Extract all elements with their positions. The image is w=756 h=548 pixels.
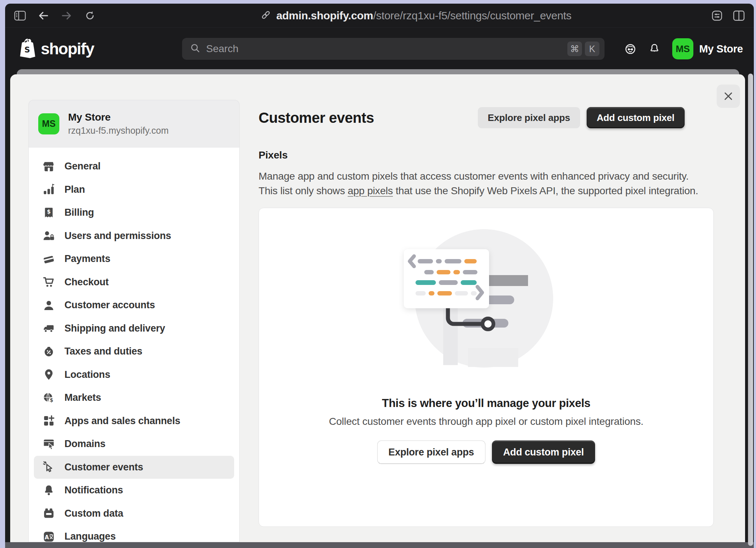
languages-icon: A [42, 530, 56, 542]
sidebar-item-label: Apps and sales channels [64, 415, 180, 427]
checkout-cart-icon [42, 275, 56, 289]
apps-grid-icon [42, 414, 56, 428]
sidebar-item-label: Billing [64, 207, 94, 218]
store-domain: rzq1xu-f5.myshopify.com [68, 125, 169, 136]
pixels-empty-state-card: This is where you’ll manage your pixels … [259, 208, 714, 527]
sidebar-item-notifications[interactable]: Notifications [34, 479, 234, 502]
settings-modal: MS My Store rzq1xu-f5.myshopify.com Gene… [10, 74, 745, 542]
pixels-illustration [399, 228, 574, 389]
sidebar-item-taxes-and-duties[interactable]: Taxes and duties [34, 340, 234, 363]
description-pre-link: This list only shows [259, 185, 348, 196]
search-input[interactable]: Search ⌘ K [182, 38, 605, 60]
browser-settings-icon[interactable] [711, 9, 723, 22]
store-card: MS My Store rzq1xu-f5.myshopify.com [28, 100, 240, 147]
sidebar-item-locations[interactable]: Locations [34, 363, 234, 387]
shopify-wordmark: shopify [41, 40, 94, 58]
add-custom-pixel-button[interactable]: Add custom pixel [587, 107, 685, 128]
sidebar-item-label: Customer accounts [64, 300, 155, 311]
svg-text:S: S [24, 45, 30, 54]
notifications-bell-icon[interactable] [648, 43, 661, 55]
sidebar-toggle-icon[interactable] [14, 9, 26, 22]
sidebar-item-label: General [64, 161, 101, 172]
description-post-link: that use the Shopify Web Pixels API, the… [393, 185, 698, 196]
account-store-name: My Store [699, 43, 743, 55]
sidebar-item-custom-data[interactable]: Custom data [34, 502, 234, 525]
payments-icon [42, 252, 56, 266]
forward-icon[interactable] [60, 9, 73, 22]
sidebar-item-label: Taxes and duties [64, 346, 142, 357]
sidebar-item-checkout[interactable]: Checkout [34, 271, 234, 294]
bell-icon [42, 484, 56, 497]
store-name: My Store [68, 111, 169, 123]
sidebar-item-users-and-permissions[interactable]: Users and permissions [34, 224, 234, 248]
sidebar-item-label: Custom data [64, 508, 123, 519]
account-menu[interactable]: MS My Store [672, 38, 743, 59]
back-icon[interactable] [37, 9, 50, 22]
sidebar-item-billing[interactable]: $Billing [34, 201, 234, 224]
sidebar-item-label: Users and permissions [64, 230, 171, 242]
page-title: Customer events [259, 110, 374, 126]
customer-accounts-icon [42, 298, 56, 312]
shopify-bag-icon: S [18, 38, 37, 59]
domains-icon [42, 437, 56, 451]
sidebar-item-domains[interactable]: Domains [34, 432, 234, 456]
shopify-topbar: S shopify Search ⌘ K MS My Store [5, 28, 754, 70]
sidekick-icon[interactable] [624, 43, 637, 55]
url-text: admin.shopify.com/store/rzq1xu-f5/settin… [276, 9, 572, 22]
sidebar-item-payments[interactable]: Payments [34, 247, 234, 271]
pixels-section-title: Pixels [259, 149, 714, 161]
sidebar-item-languages[interactable]: ALanguages [34, 525, 234, 542]
sidebar-item-label: Customer events [64, 462, 143, 473]
page-scrollbar[interactable] [748, 74, 753, 546]
billing-icon: $ [42, 206, 56, 220]
split-view-icon[interactable] [733, 9, 745, 22]
window-bottom-edge [5, 542, 754, 548]
empty-state-title: This is where you’ll manage your pixels [382, 397, 590, 410]
sidebar-item-markets[interactable]: $Markets [34, 386, 234, 410]
sidebar-item-general[interactable]: General [34, 155, 234, 178]
sidebar-item-shipping-and-delivery[interactable]: Shipping and delivery [34, 317, 234, 340]
search-icon [189, 42, 201, 55]
sidebar-item-label: Notifications [64, 485, 123, 496]
settings-main: Customer events Explore pixel apps Add c… [259, 100, 714, 542]
settings-nav: GeneralPlan$BillingUsers and permissions… [28, 147, 240, 542]
sidebar-item-plan[interactable]: Plan [34, 178, 234, 201]
plan-icon [42, 183, 56, 196]
customer-events-icon [42, 460, 56, 474]
empty-add-custom-pixel-button[interactable]: Add custom pixel [492, 441, 595, 464]
svg-text:$: $ [47, 208, 51, 215]
users-permissions-icon [42, 229, 56, 243]
svg-text:$: $ [50, 397, 53, 403]
markets-globe-icon: $ [42, 391, 56, 405]
url-path: /store/rzq1xu-f5/settings/customer_event… [373, 9, 572, 21]
svg-text:A: A [45, 534, 49, 541]
settings-sidebar: MS My Store rzq1xu-f5.myshopify.com Gene… [28, 100, 240, 542]
sidebar-item-apps-and-sales-channels[interactable]: Apps and sales channels [34, 410, 234, 433]
empty-state-subtitle: Collect customer events through app pixe… [329, 416, 643, 427]
sidebar-item-customer-accounts[interactable]: Customer accounts [34, 294, 234, 317]
sidebar-item-label: Shipping and delivery [64, 323, 165, 334]
pixels-description: Manage app and custom pixels that access… [259, 169, 714, 198]
close-button[interactable] [717, 85, 740, 108]
browser-chrome: admin.shopify.com/store/rzq1xu-f5/settin… [5, 4, 754, 28]
app-pixels-link[interactable]: app pixels [348, 185, 393, 196]
shopify-logo[interactable]: S shopify [18, 28, 94, 70]
link-icon [260, 9, 271, 22]
description-line1: Manage app and custom pixels that access… [259, 171, 689, 182]
sidebar-item-label: Checkout [64, 277, 109, 288]
browser-window: admin.shopify.com/store/rzq1xu-f5/settin… [5, 4, 754, 548]
cmd-key-badge: ⌘ [567, 42, 582, 56]
explore-pixel-apps-button[interactable]: Explore pixel apps [478, 107, 580, 128]
reload-icon[interactable] [84, 9, 96, 22]
sidebar-item-label: Markets [64, 392, 101, 403]
location-pin-icon [42, 368, 56, 381]
search-placeholder: Search [206, 43, 564, 55]
empty-explore-pixel-apps-button[interactable]: Explore pixel apps [377, 441, 485, 464]
sidebar-item-customer-events[interactable]: Customer events [34, 456, 234, 479]
taxes-icon [42, 345, 56, 359]
custom-data-icon [42, 506, 56, 520]
account-avatar: MS [672, 38, 693, 59]
url-host: admin.shopify.com [276, 9, 373, 21]
sidebar-item-label: Domains [64, 438, 106, 450]
address-bar[interactable]: admin.shopify.com/store/rzq1xu-f5/settin… [145, 9, 687, 22]
